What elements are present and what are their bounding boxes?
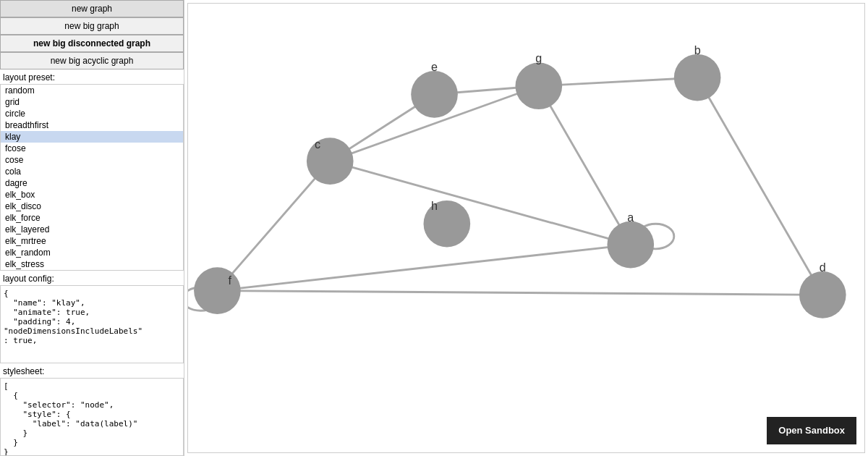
layout-option-elk_mrtree[interactable]: elk_mrtree	[1, 235, 183, 247]
new-big-disconnected-graph-button[interactable]: new big disconnected graph	[0, 35, 184, 52]
graph-canvas: g b e c h a f d	[187, 3, 865, 453]
layout-option-klay[interactable]: klay	[1, 131, 183, 143]
layout-option-elk_force[interactable]: elk_force	[1, 212, 183, 224]
svg-line-0	[539, 77, 697, 86]
layout-option-elk_box[interactable]: elk_box	[1, 189, 183, 200]
node-d[interactable]	[799, 271, 846, 318]
stylesheet-label: stylesheet:	[0, 363, 184, 378]
node-a[interactable]	[607, 221, 654, 269]
layout-option-elk_stress[interactable]: elk_stress	[1, 258, 183, 270]
svg-line-4	[697, 77, 822, 295]
node-b[interactable]	[674, 54, 721, 101]
new-graph-button[interactable]: new graph	[0, 0, 184, 17]
layout-option-breadthfirst[interactable]: breadthfirst	[1, 119, 183, 131]
label-h: h	[431, 199, 438, 212]
layout-option-cola[interactable]: cola	[1, 166, 183, 177]
label-c: c	[315, 138, 320, 151]
layout-config-textarea[interactable]: { "name": "klay", "animate": true, "padd…	[0, 285, 184, 363]
layout-option-elk_random[interactable]: elk_random	[1, 247, 183, 258]
open-sandbox-button[interactable]: Open Sandbox	[767, 417, 856, 444]
node-c[interactable]	[307, 138, 354, 185]
svg-line-6	[330, 161, 631, 245]
node-e[interactable]	[411, 71, 458, 118]
new-big-acyclic-graph-button[interactable]: new big acyclic graph	[0, 52, 184, 69]
label-a: a	[627, 211, 634, 224]
label-d: d	[820, 261, 826, 274]
svg-line-8	[217, 245, 630, 290]
sidebar: new graph new big graph new big disconne…	[0, 0, 184, 456]
layout-option-circle[interactable]: circle	[1, 108, 183, 119]
label-b: b	[694, 43, 701, 56]
svg-line-7	[217, 291, 822, 295]
stylesheet-textarea[interactable]: [ { "selector": "node", "style": { "labe…	[0, 378, 184, 456]
layout-option-dagre[interactable]: dagre	[1, 177, 183, 189]
layout-option-random[interactable]: random	[1, 85, 183, 96]
label-f: f	[228, 274, 231, 287]
stylesheet-area: [ { "selector": "node", "style": { "labe…	[0, 378, 184, 456]
layout-option-grid[interactable]: grid	[1, 96, 183, 108]
layout-list: randomgridcirclebreadthfirstklayfcosecos…	[0, 84, 184, 271]
label-g: g	[535, 51, 542, 64]
action-buttons: new graph new big graph new big disconne…	[0, 0, 184, 69]
svg-line-5	[217, 161, 330, 291]
graph-svg: g b e c h a f d	[188, 4, 864, 452]
layout-option-elk_layered[interactable]: elk_layered	[1, 224, 183, 235]
node-g[interactable]	[515, 62, 562, 109]
node-f[interactable]	[194, 267, 241, 314]
layout-config-label: layout config:	[0, 271, 184, 285]
layout-option-cose[interactable]: cose	[1, 154, 183, 166]
layout-config-area: { "name": "klay", "animate": true, "padd…	[0, 285, 184, 363]
svg-line-2	[539, 86, 631, 245]
layout-option-fcose[interactable]: fcose	[1, 143, 183, 154]
layout-option-elk_disco[interactable]: elk_disco	[1, 200, 183, 212]
new-big-graph-button[interactable]: new big graph	[0, 17, 184, 35]
layout-preset-label: layout preset:	[0, 69, 184, 84]
label-e: e	[431, 60, 438, 73]
